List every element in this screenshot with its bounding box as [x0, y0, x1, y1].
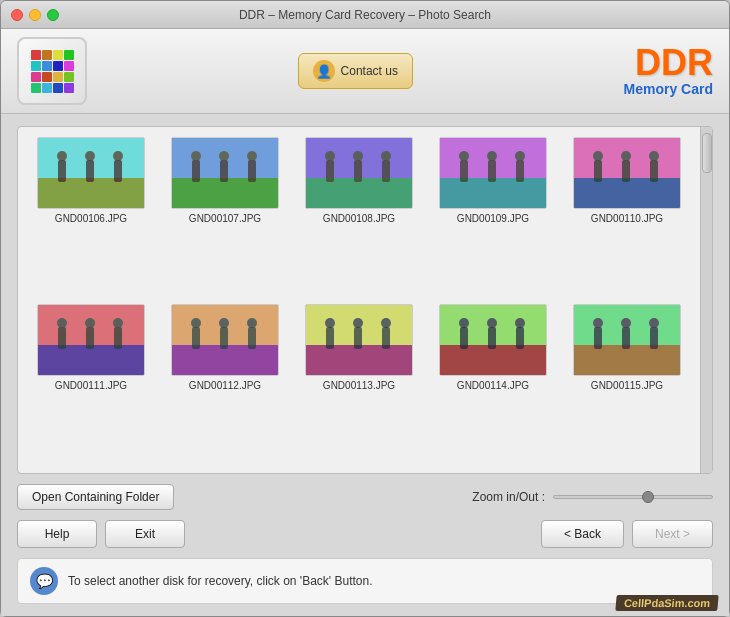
window-title: DDR – Memory Card Recovery – Photo Searc… [239, 8, 491, 22]
photo-filename: GND00106.JPG [55, 213, 127, 224]
svg-rect-62 [382, 327, 390, 349]
svg-point-55 [247, 318, 257, 328]
zoom-slider[interactable] [553, 495, 713, 499]
logo-cell [42, 50, 52, 60]
svg-rect-36 [622, 160, 630, 182]
photo-thumbnail[interactable] [37, 137, 145, 209]
svg-rect-42 [58, 327, 66, 349]
photo-filename: GND00111.JPG [55, 380, 127, 391]
logo-cell [31, 72, 41, 82]
svg-rect-17 [306, 178, 413, 209]
help-button[interactable]: Help [17, 520, 97, 548]
logo-cell [64, 50, 74, 60]
svg-rect-44 [86, 327, 94, 349]
svg-rect-41 [38, 345, 145, 376]
svg-point-35 [593, 151, 603, 161]
svg-rect-14 [248, 160, 256, 182]
list-item[interactable]: GND00110.JPG [564, 137, 690, 296]
bottom-bar: Open Containing Folder Zoom in/Out : [17, 484, 713, 510]
photo-area: GND00106.JPGGND00107.JPGGND00108.JPGGND0… [17, 126, 713, 474]
svg-rect-34 [594, 160, 602, 182]
svg-point-69 [487, 318, 497, 328]
next-button[interactable]: Next > [632, 520, 713, 548]
main-window: DDR – Memory Card Recovery – Photo Searc… [0, 0, 730, 617]
svg-point-77 [621, 318, 631, 328]
svg-point-15 [247, 151, 257, 161]
status-bar: 💬 To select another disk for recovery, c… [17, 558, 713, 604]
logo-cell [31, 50, 41, 60]
svg-point-23 [381, 151, 391, 161]
logo-cell [31, 61, 41, 71]
svg-rect-74 [594, 327, 602, 349]
photo-thumbnail[interactable] [573, 137, 681, 209]
svg-point-79 [649, 318, 659, 328]
list-item[interactable]: GND00111.JPG [28, 304, 154, 463]
svg-rect-4 [86, 160, 94, 182]
logo-cell [53, 83, 63, 93]
svg-point-31 [515, 151, 525, 161]
photo-thumbnail[interactable] [305, 137, 413, 209]
svg-point-43 [57, 318, 67, 328]
svg-rect-38 [650, 160, 658, 182]
list-item[interactable]: GND00109.JPG [430, 137, 556, 296]
list-item[interactable]: GND00108.JPG [296, 137, 422, 296]
photo-thumbnail[interactable] [37, 304, 145, 376]
contact-button[interactable]: 👤 Contact us [298, 53, 413, 89]
back-label: < Back [564, 527, 601, 541]
logo-cell [31, 83, 41, 93]
logo-cell [53, 72, 63, 82]
svg-point-37 [621, 151, 631, 161]
svg-point-21 [353, 151, 363, 161]
brand-subtitle: Memory Card [624, 81, 713, 97]
list-item[interactable]: GND00112.JPG [162, 304, 288, 463]
scrollbar-thumb[interactable] [702, 133, 712, 173]
list-item[interactable]: GND00113.JPG [296, 304, 422, 463]
back-button[interactable]: < Back [541, 520, 624, 548]
brand-name: DDR [624, 45, 713, 81]
svg-rect-57 [306, 345, 413, 376]
photo-filename: GND00115.JPG [591, 380, 663, 391]
svg-rect-68 [488, 327, 496, 349]
contact-label: Contact us [341, 64, 398, 78]
photo-thumbnail[interactable] [171, 137, 279, 209]
photo-thumbnail[interactable] [573, 304, 681, 376]
svg-point-13 [219, 151, 229, 161]
maximize-button[interactable] [47, 9, 59, 21]
list-item[interactable]: GND00107.JPG [162, 137, 288, 296]
svg-rect-46 [114, 327, 122, 349]
photo-filename: GND00108.JPG [323, 213, 395, 224]
list-item[interactable]: GND00115.JPG [564, 304, 690, 463]
svg-point-61 [353, 318, 363, 328]
svg-rect-78 [650, 327, 658, 349]
photo-filename: GND00112.JPG [189, 380, 261, 391]
open-folder-button[interactable]: Open Containing Folder [17, 484, 174, 510]
exit-button[interactable]: Exit [105, 520, 185, 548]
scrollbar-track[interactable] [700, 127, 712, 473]
svg-rect-49 [172, 345, 279, 376]
photo-thumbnail[interactable] [439, 304, 547, 376]
photo-grid[interactable]: GND00106.JPGGND00107.JPGGND00108.JPGGND0… [18, 127, 700, 473]
close-button[interactable] [11, 9, 23, 21]
minimize-button[interactable] [29, 9, 41, 21]
brand-area: DDR Memory Card [624, 45, 713, 97]
photo-thumbnail[interactable] [305, 304, 413, 376]
svg-rect-60 [354, 327, 362, 349]
photo-filename: GND00109.JPG [457, 213, 529, 224]
main-content: GND00106.JPGGND00107.JPGGND00108.JPGGND0… [1, 114, 729, 616]
photo-thumbnail[interactable] [439, 137, 547, 209]
svg-point-45 [85, 318, 95, 328]
svg-rect-58 [326, 327, 334, 349]
photo-thumbnail[interactable] [171, 304, 279, 376]
help-label: Help [45, 527, 70, 541]
svg-point-51 [191, 318, 201, 328]
list-item[interactable]: GND00114.JPG [430, 304, 556, 463]
logo-cell [64, 72, 74, 82]
logo-cell [42, 72, 52, 82]
list-item[interactable]: GND00106.JPG [28, 137, 154, 296]
svg-point-19 [325, 151, 335, 161]
svg-rect-9 [172, 178, 279, 209]
photo-filename: GND00113.JPG [323, 380, 395, 391]
svg-point-11 [191, 151, 201, 161]
status-message: To select another disk for recovery, cli… [68, 574, 373, 588]
svg-point-27 [459, 151, 469, 161]
